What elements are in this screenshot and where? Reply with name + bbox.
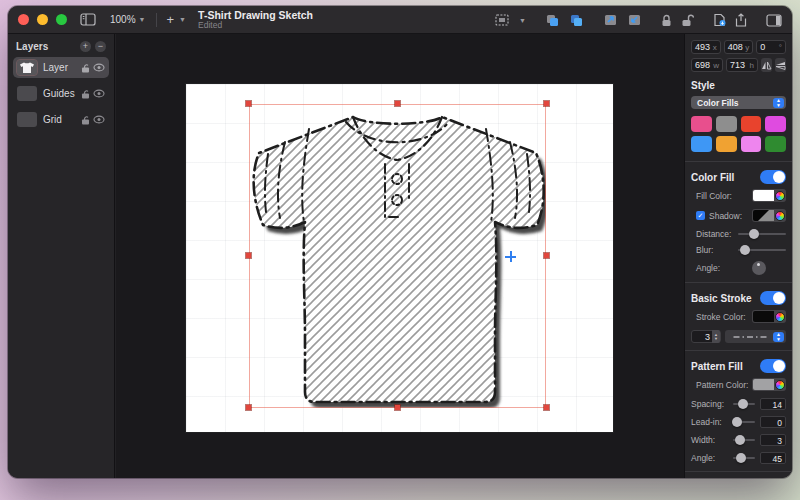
- selection-handle-middle-left[interactable]: [246, 253, 251, 258]
- document-status: Edited: [198, 21, 313, 31]
- selection-handle-top-right[interactable]: [544, 101, 549, 106]
- style-preset-value: Color Fills: [697, 98, 773, 108]
- chevron-down-icon: ▼: [139, 16, 146, 23]
- dash-pattern-dropdown[interactable]: ▲▼: [725, 330, 786, 343]
- add-chevron-icon[interactable]: ▼: [179, 16, 186, 23]
- unlock-icon[interactable]: [681, 14, 694, 27]
- spacing-label: Spacing:: [691, 399, 733, 409]
- shadow-color-well[interactable]: [752, 209, 786, 222]
- document-title-block: T-Shirt Drawing Sketch Edited: [198, 9, 313, 31]
- add-layer-button[interactable]: +: [80, 41, 91, 52]
- layer-row-layer[interactable]: Layer: [13, 57, 109, 78]
- shadow-checkbox[interactable]: ✓: [696, 211, 705, 220]
- swatch-orange[interactable]: [716, 136, 737, 152]
- selection-handle-top-left[interactable]: [246, 101, 251, 106]
- x-value: 493: [695, 42, 713, 52]
- swatch-blue[interactable]: [691, 136, 712, 152]
- rotation-value: 0: [760, 42, 778, 52]
- swatch-pink[interactable]: [691, 116, 712, 132]
- slider-thumb[interactable]: [732, 417, 742, 427]
- minimize-window-button[interactable]: [37, 14, 48, 25]
- layer-row-grid[interactable]: Grid: [13, 109, 109, 130]
- share-icon[interactable]: [735, 13, 747, 27]
- slider-thumb[interactable]: [738, 399, 748, 409]
- swatch-gray[interactable]: [716, 116, 737, 132]
- flip-vertical-button[interactable]: [775, 58, 786, 72]
- lock-icon[interactable]: [81, 63, 90, 73]
- stroke-color-label: Stroke Color:: [696, 312, 752, 322]
- pattern-width-slider[interactable]: [733, 439, 755, 441]
- slider-thumb[interactable]: [735, 435, 745, 445]
- scale-down-icon[interactable]: [627, 13, 642, 27]
- y-position-field[interactable]: 408 y: [724, 40, 754, 54]
- canvas[interactable]: [116, 34, 684, 478]
- add-button[interactable]: +: [167, 12, 175, 27]
- selection-handle-top-middle[interactable]: [395, 101, 400, 106]
- ungroup-icon[interactable]: [569, 13, 584, 27]
- pattern-fill-toggle[interactable]: [760, 359, 786, 373]
- pattern-angle-value-field[interactable]: 45: [760, 452, 786, 464]
- selection-handle-bottom-middle[interactable]: [395, 405, 400, 410]
- selection-handle-middle-right[interactable]: [544, 253, 549, 258]
- flip-horizontal-button[interactable]: [761, 58, 772, 72]
- artboard[interactable]: [186, 84, 613, 432]
- distance-slider[interactable]: [738, 233, 786, 235]
- width-field[interactable]: 698 w: [691, 58, 723, 72]
- swatch-red[interactable]: [741, 116, 762, 132]
- pattern-color-well[interactable]: [752, 378, 786, 391]
- visibility-eye-icon[interactable]: [93, 115, 105, 124]
- layers-panel: Layers + − Layer Guides: [8, 34, 115, 478]
- titlebar: 100% ▼ + ▼ T-Shirt Drawing Sketch Edited…: [8, 6, 792, 34]
- zoom-window-button[interactable]: [56, 14, 67, 25]
- angle-knob[interactable]: [752, 261, 766, 275]
- x-position-field[interactable]: 493 x: [691, 40, 721, 54]
- stepper-arrows-icon[interactable]: ▲▼: [712, 330, 720, 343]
- lock-icon[interactable]: [81, 115, 90, 125]
- remove-layer-button[interactable]: −: [95, 41, 106, 52]
- spacing-value-field[interactable]: 14: [760, 398, 786, 410]
- scale-up-icon[interactable]: [603, 13, 618, 27]
- fill-color-well[interactable]: [752, 189, 786, 202]
- lead-in-value-field[interactable]: 0: [760, 416, 786, 428]
- dropdown-chevrons-icon: ▲▼: [773, 332, 784, 342]
- width-value: 698: [695, 60, 713, 70]
- zoom-level-dropdown[interactable]: 100% ▼: [110, 14, 146, 25]
- stroke-color-well[interactable]: [752, 310, 786, 323]
- visibility-eye-icon[interactable]: [93, 63, 105, 72]
- export-document-icon[interactable]: [713, 13, 726, 27]
- artboard-chevron-icon[interactable]: ▼: [519, 17, 526, 24]
- selection-handle-bottom-left[interactable]: [246, 405, 251, 410]
- rotation-field[interactable]: 0 °: [756, 40, 786, 54]
- layer-row-guides[interactable]: Guides: [13, 83, 109, 104]
- swatch-magenta[interactable]: [765, 116, 786, 132]
- basic-stroke-toggle[interactable]: [760, 291, 786, 305]
- pattern-width-value-field[interactable]: 3: [760, 434, 786, 446]
- slider-thumb[interactable]: [736, 453, 746, 463]
- lead-in-slider[interactable]: [733, 421, 755, 423]
- slider-thumb[interactable]: [740, 245, 750, 255]
- selection-handle-bottom-right[interactable]: [544, 405, 549, 410]
- blur-slider[interactable]: [738, 249, 786, 251]
- tshirt-drawing[interactable]: [249, 104, 546, 408]
- color-fill-toggle[interactable]: [760, 170, 786, 184]
- inspector-toggle-icon[interactable]: [766, 14, 782, 27]
- swatch-orchid[interactable]: [741, 136, 762, 152]
- x-unit: x: [713, 43, 717, 52]
- slider-thumb[interactable]: [749, 229, 759, 239]
- sidebar-toggle-icon[interactable]: [80, 13, 96, 26]
- height-field[interactable]: 713 h: [726, 58, 758, 72]
- toolbar-right: ▼: [494, 6, 782, 34]
- visibility-eye-icon[interactable]: [93, 89, 105, 98]
- style-preset-dropdown[interactable]: Color Fills ▲▼: [691, 96, 786, 109]
- group-icon[interactable]: [545, 13, 560, 27]
- swatch-green[interactable]: [765, 136, 786, 152]
- artboard-insert-icon[interactable]: [494, 13, 510, 27]
- stroke-width-stepper[interactable]: 3 ▲▼: [691, 330, 721, 343]
- close-window-button[interactable]: [18, 14, 29, 25]
- spacing-slider[interactable]: [733, 403, 755, 405]
- lock-icon[interactable]: [81, 89, 90, 99]
- snap-point-marker: [505, 251, 516, 262]
- lock-icon[interactable]: [661, 14, 672, 27]
- distance-label: Distance:: [696, 229, 738, 239]
- pattern-angle-slider[interactable]: [733, 457, 755, 459]
